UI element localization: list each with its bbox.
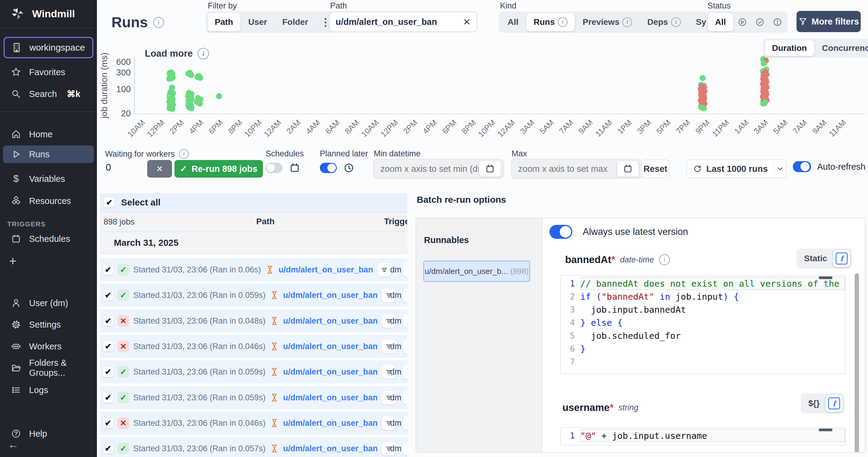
load-more-button[interactable]: Load more i — [145, 48, 209, 59]
banned-code-editor[interactable]: 1// bannedAt does not exist on all versi… — [560, 275, 845, 374]
sidebar-item-settings[interactable]: Settings — [0, 317, 97, 332]
select-all-checkbox[interactable]: ✔ — [104, 197, 115, 208]
success-run-dot[interactable] — [701, 105, 707, 111]
row-action-button[interactable] — [403, 365, 407, 379]
run-path-link[interactable]: u/dm/alert_on_user_ban — [283, 316, 378, 326]
row-action-button[interactable] — [403, 314, 407, 328]
reset-button[interactable]: Reset — [641, 160, 670, 178]
sidebar-item-workers[interactable]: Workers — [0, 339, 97, 354]
template-mode-label[interactable]: ${} — [802, 399, 826, 408]
sidebar-item-folders-groups[interactable]: Folders & Groups... — [0, 361, 97, 375]
row-checkbox[interactable]: ✔ — [103, 444, 113, 454]
success-run-dot[interactable] — [166, 76, 172, 82]
filter-option-folder[interactable]: Folder — [275, 13, 316, 31]
runs-info-icon[interactable]: i — [153, 17, 164, 28]
row-checkbox[interactable]: ✔ — [103, 264, 113, 275]
success-run-dot[interactable] — [761, 60, 767, 66]
run-path-link[interactable]: u/dm/alert_on_user_ban — [283, 393, 378, 402]
run-row[interactable]: ✔✓Started 31/03, 23:06 (Ran in 0.06s)u/d… — [100, 258, 407, 281]
code-line[interactable]: 2if ("bannedAt" in job.input) { — [561, 290, 845, 303]
max-datetime-calendar-button[interactable] — [617, 161, 639, 177]
row-action-button[interactable] — [403, 288, 407, 302]
filter-option-path[interactable]: Path — [208, 13, 241, 31]
row-checkbox[interactable]: ✔ — [103, 316, 113, 326]
brand[interactable]: Windmill — [0, 7, 97, 21]
success-run-dot[interactable] — [169, 106, 175, 112]
status-option-running[interactable] — [734, 13, 751, 31]
path-filter-input[interactable]: u/dm/alert_on_user_ban ✕ — [329, 11, 477, 32]
kind-option-runs[interactable]: Runsi — [526, 13, 575, 31]
add-sidebar-item-button[interactable]: + — [0, 254, 97, 268]
schedules-toggle[interactable] — [266, 163, 283, 173]
horizontal-scrollbar[interactable] — [819, 276, 832, 279]
waiting-workers-info-icon[interactable]: i — [179, 149, 189, 159]
status-option-all[interactable]: All — [708, 13, 733, 31]
code-line[interactable]: 3 job.input.bannedAt — [561, 303, 845, 316]
sidebar-item-resources[interactable]: Resources — [0, 194, 97, 208]
run-path-link[interactable]: u/dm/alert_on_user_ban — [283, 419, 378, 428]
success-run-dot[interactable] — [197, 101, 203, 107]
row-checkbox[interactable]: ✔ — [103, 393, 113, 403]
min-datetime-field[interactable] — [373, 159, 504, 179]
column-trigger[interactable]: Trigge — [384, 217, 407, 226]
success-run-dot[interactable] — [760, 101, 766, 107]
kind-option-deps[interactable]: Depsi — [640, 13, 688, 31]
run-row[interactable]: ✔✕Started 31/03, 23:06 (Ran in 0.046s)u/… — [100, 335, 407, 358]
kind-previews-info-icon[interactable]: i — [622, 17, 632, 27]
banned-field-info-icon[interactable]: i — [659, 254, 670, 265]
run-row[interactable]: ✔✕Started 31/03, 23:06 (Ran in 0.048s)u/… — [100, 309, 407, 333]
filter-option-user[interactable]: User — [241, 13, 274, 31]
row-action-button[interactable] — [403, 263, 407, 277]
sidebar-item-runs[interactable]: Runs — [3, 145, 94, 163]
run-path-link[interactable]: u/dm/alert_on_user_ban — [283, 342, 378, 351]
planned-later-toggle[interactable] — [320, 163, 337, 173]
status-option-failure[interactable] — [769, 13, 786, 31]
run-path-link[interactable]: u/dm/alert_on_user_ban — [283, 444, 378, 453]
filter-by-path-button[interactable] — [377, 263, 391, 277]
success-run-dot[interactable] — [197, 75, 203, 81]
more-filters-button[interactable]: More filters — [797, 11, 861, 32]
sidebar-item-schedules[interactable]: Schedules — [0, 231, 97, 246]
code-line[interactable]: 1"@" + job.input.username — [561, 429, 845, 442]
run-path-link[interactable]: u/dm/alert_on_user_ban — [283, 291, 378, 300]
run-row[interactable]: ✔✓Started 31/03, 23:06 (Ran in 0.059s)u/… — [100, 284, 407, 307]
collapse-sidebar-arrow[interactable]: ← — [8, 438, 19, 451]
max-datetime-field[interactable] — [511, 159, 642, 179]
chart-view-concurrency[interactable]: Concurrency — [815, 40, 868, 56]
static-mode-label[interactable]: Static — [798, 254, 833, 263]
duration-scatter-plot[interactable]: job duration (ms)6003001002010AM12PM2PM4… — [97, 39, 868, 150]
username-code-editor[interactable]: 1"@" + job.input.username — [560, 427, 845, 446]
run-row[interactable]: ✔✓Started 31/03, 23:06 (Ran in 0.057s)u/… — [100, 437, 407, 457]
success-run-dot[interactable] — [216, 93, 222, 99]
code-line[interactable]: 6} — [561, 342, 845, 355]
run-row[interactable]: ✔✓Started 31/03, 23:06 (Ran in 0.059s)u/… — [100, 360, 407, 383]
sidebar-item-variables[interactable]: $ Variables — [0, 172, 97, 186]
min-datetime-calendar-button[interactable] — [479, 161, 501, 177]
latest-version-toggle[interactable] — [549, 225, 572, 239]
load-more-info-icon[interactable]: i — [197, 48, 209, 59]
run-path-link[interactable]: u/dm/alert_on_user_ban — [283, 367, 378, 377]
success-run-dot[interactable] — [188, 72, 194, 78]
refresh-runs-button[interactable]: Last 1000 runs — [687, 164, 774, 174]
row-checkbox[interactable]: ✔ — [103, 367, 113, 377]
kind-option-all[interactable]: All — [500, 13, 526, 31]
code-line[interactable]: 4} else { — [561, 316, 845, 329]
row-action-button[interactable] — [403, 391, 407, 405]
run-path-link[interactable]: u/dm/alert_on_user_ban — [279, 265, 373, 275]
cancel-selection-button[interactable]: ✕ — [147, 160, 172, 178]
chart-view-duration[interactable]: Duration — [765, 40, 814, 56]
column-path[interactable]: Path — [256, 217, 275, 226]
success-run-dot[interactable] — [188, 105, 194, 111]
javascript-mode-button[interactable]: f — [833, 250, 850, 267]
row-action-button[interactable] — [403, 416, 407, 430]
row-checkbox[interactable]: ✔ — [103, 341, 113, 351]
code-line[interactable]: 7 — [561, 355, 845, 368]
last-runs-dropdown-button[interactable] — [774, 165, 786, 173]
auto-refresh-toggle[interactable] — [793, 161, 811, 172]
runnable-item[interactable]: u/dm/alert_on_user_b... (898) — [424, 261, 530, 282]
last-runs-select[interactable]: Last 1000 runs — [686, 160, 787, 178]
kind-deps-info-icon[interactable]: i — [671, 17, 681, 27]
sidebar-item-home[interactable]: Home — [0, 127, 97, 142]
sidebar-item-favorites[interactable]: Favorites — [0, 65, 97, 79]
code-line[interactable]: 1// bannedAt does not exist on all versi… — [561, 277, 845, 290]
